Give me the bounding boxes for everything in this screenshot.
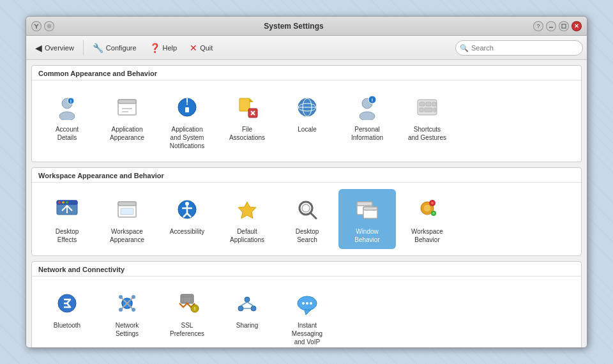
svg-point-37 [62, 201, 64, 204]
item-application-appearance[interactable]: ApplicationAppearance [98, 87, 156, 155]
item-default-apps[interactable]: DefaultApplications [218, 189, 276, 249]
instant-messaging-icon [292, 288, 322, 319]
minimize-button[interactable] [44, 21, 54, 31]
item-accessibility[interactable]: Accessibility [158, 189, 216, 249]
search-wrapper: 🔍 [455, 40, 583, 56]
svg-point-61 [432, 212, 435, 215]
item-workspace-appearance[interactable]: WorkspaceAppearance [98, 189, 156, 249]
svg-point-76 [251, 306, 256, 311]
titlebar: System Settings ? ✕ [26, 17, 587, 36]
window-behavior-label: WindowBehavior [354, 227, 379, 244]
section-workspace: Workspace Appearance and Behavior [31, 167, 582, 256]
item-sharing[interactable]: Sharing [218, 283, 276, 347]
svg-line-78 [247, 302, 254, 306]
svg-text:i: i [70, 99, 72, 103]
svg-rect-28 [420, 102, 425, 106]
main-window: System Settings ? ✕ ◀ Overview 🔧 Configu… [26, 16, 587, 348]
svg-point-44 [185, 202, 189, 206]
desktop-effects-label: DesktopEffects [56, 227, 79, 244]
item-bluetooth[interactable]: Bluetooth [38, 283, 96, 347]
file-associations-label: FileAssociations [229, 125, 265, 142]
svg-rect-2 [562, 24, 566, 28]
svg-text:i: i [372, 98, 373, 102]
item-desktop-effects[interactable]: DesktopEffects [38, 189, 96, 249]
svg-point-65 [132, 295, 135, 299]
network-settings-label: NetworkSettings [116, 321, 139, 338]
svg-rect-8 [118, 100, 136, 103]
search-box: 🔍 [455, 40, 583, 56]
help-button[interactable]: ❓ Help [144, 40, 183, 56]
svg-rect-14 [239, 98, 250, 111]
quit-icon: ✕ [190, 43, 197, 53]
sharing-label: Sharing [236, 321, 258, 330]
item-ssl-preferences[interactable]: ! SSLPreferences [158, 283, 216, 347]
svg-point-51 [302, 204, 310, 212]
window-minimize-button[interactable] [546, 21, 556, 31]
locale-label: Locale [298, 125, 316, 133]
svg-point-0 [47, 24, 51, 28]
search-input[interactable] [455, 40, 583, 56]
section-network-title: Network and Connectivity [32, 262, 581, 277]
locale-icon [292, 92, 322, 123]
item-app-notifications[interactable]: ! Applicationand SystemNotifications [158, 87, 216, 155]
item-shortcuts[interactable]: Shortcutsand Gestures [398, 87, 456, 155]
section-common: Common Appearance and Behavior i Account… [31, 65, 582, 162]
section-common-title: Common Appearance and Behavior [32, 66, 581, 80]
shortcuts-label: Shortcutsand Gestures [408, 125, 446, 142]
ssl-preferences-label: SSLPreferences [170, 321, 204, 338]
workspace-behavior-icon [412, 194, 443, 225]
sharing-icon [232, 288, 262, 319]
svg-point-59 [431, 202, 434, 204]
item-account-details[interactable]: i AccountDetails [38, 87, 96, 155]
configure-button[interactable]: 🔧 Configure [87, 40, 142, 56]
app-notifications-label: Applicationand SystemNotifications [170, 125, 204, 150]
quit-button[interactable]: ✕ Quit [185, 40, 218, 56]
account-details-label: AccountDetails [56, 125, 79, 142]
svg-point-83 [306, 302, 308, 305]
svg-point-24 [359, 112, 375, 120]
titlebar-left-controls [31, 21, 54, 31]
toolbar-separator-1 [83, 40, 84, 56]
default-apps-label: DefaultApplications [230, 227, 264, 244]
ssl-preferences-icon: ! [172, 288, 202, 319]
svg-rect-1 [549, 27, 553, 28]
svg-point-67 [119, 308, 123, 312]
svg-rect-68 [181, 294, 193, 303]
svg-point-82 [302, 302, 305, 305]
svg-rect-55 [363, 207, 377, 210]
item-workspace-behavior[interactable]: WorkspaceBehavior [398, 189, 456, 249]
svg-point-36 [58, 201, 61, 204]
overview-button[interactable]: ◀ Overview [30, 40, 79, 56]
back-icon: ◀ [35, 43, 42, 53]
svg-text:!: ! [194, 306, 196, 312]
item-file-associations[interactable]: FileAssociations [218, 87, 276, 155]
item-locale[interactable]: Locale [278, 87, 336, 155]
window-close-button[interactable]: ✕ [571, 21, 582, 31]
item-instant-messaging[interactable]: InstantMessagingand VoIP [278, 283, 336, 347]
svg-rect-53 [357, 202, 372, 206]
svg-point-4 [59, 112, 75, 120]
default-apps-icon [232, 194, 262, 225]
svg-rect-32 [425, 108, 432, 112]
window-maximize-button[interactable] [559, 21, 569, 31]
workspace-behavior-label: WorkspaceBehavior [411, 227, 443, 244]
section-workspace-title: Workspace Appearance and Behavior [32, 168, 581, 183]
spanner-button[interactable] [31, 21, 42, 31]
item-personal-info[interactable]: i PersonalInformation [338, 87, 396, 155]
desktop-search-icon [292, 194, 322, 225]
svg-marker-81 [305, 310, 311, 315]
application-appearance-icon [112, 92, 142, 123]
account-details-icon: i [52, 92, 82, 123]
window-behavior-icon [352, 194, 382, 225]
item-desktop-search[interactable]: DesktopSearch [278, 189, 336, 249]
item-window-behavior[interactable]: WindowBehavior [338, 189, 396, 249]
item-network-settings[interactable]: NetworkSettings [98, 283, 156, 347]
svg-rect-13 [185, 107, 189, 112]
window-title: System Settings [54, 22, 533, 31]
help-titlebar-button[interactable]: ? [533, 21, 543, 31]
svg-point-57 [423, 204, 431, 212]
svg-rect-31 [420, 108, 423, 112]
svg-point-75 [238, 306, 243, 311]
svg-line-50 [310, 213, 316, 218]
svg-rect-41 [118, 202, 136, 206]
